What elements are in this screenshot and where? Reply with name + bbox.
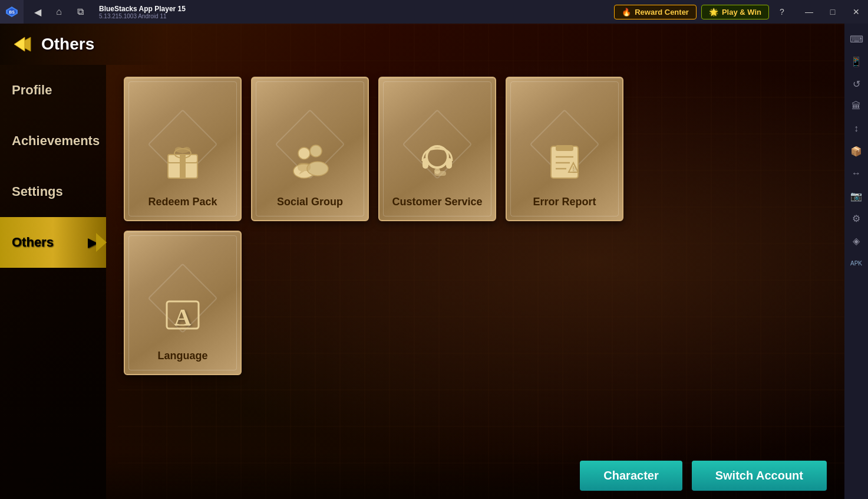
titlebar: BS ◀ ⌂ ⧉ BlueStacks App Player 15 5.13.2… xyxy=(0,0,868,24)
refresh-icon[interactable]: ↺ xyxy=(846,73,867,94)
phone-icon[interactable]: 📱 xyxy=(846,51,867,72)
back-arrow-button[interactable] xyxy=(12,32,35,56)
package-icon[interactable]: 📦 xyxy=(846,140,867,162)
redeem-pack-label: Redeem Pack xyxy=(148,196,217,208)
help-button[interactable]: ? xyxy=(774,4,790,20)
reward-icon: 🔥 xyxy=(622,8,631,17)
svg-rect-21 xyxy=(556,145,573,151)
svg-text:A: A xyxy=(174,304,192,330)
playin-label: Play & Win xyxy=(722,8,761,17)
horizontal-resize-icon[interactable]: ↔ xyxy=(846,163,867,184)
sidebar-label-settings: Settings xyxy=(12,184,63,199)
app-title: BlueStacks App Player 15 xyxy=(99,5,602,13)
back-button[interactable]: ◀ xyxy=(28,2,47,21)
svg-point-10 xyxy=(310,145,322,157)
playin-icon: 🌟 xyxy=(709,8,718,17)
reward-label: Reward Center xyxy=(635,8,689,17)
svg-rect-13 xyxy=(298,163,311,171)
settings-icon[interactable]: ⚙ xyxy=(846,208,867,229)
customer-service-card[interactable]: Customer Service xyxy=(378,77,496,221)
page-title: Others xyxy=(41,35,94,54)
app-logo: BS xyxy=(0,0,24,24)
sidebar-label-profile: Profile xyxy=(12,83,52,97)
sidebar-item-profile[interactable]: Profile xyxy=(0,65,106,116)
minimize-button[interactable]: — xyxy=(797,0,821,24)
svg-rect-19 xyxy=(434,171,446,176)
keyboard-icon[interactable]: ⌨ xyxy=(846,28,867,50)
customer-service-icon xyxy=(417,140,458,190)
app-subtitle: 5.13.215.1003 Android 11 xyxy=(99,13,602,19)
switch-account-button[interactable]: Switch Account xyxy=(692,461,827,491)
error-report-card[interactable]: ! Error Report xyxy=(506,77,623,221)
language-icon: A xyxy=(162,294,203,344)
sidebar-label-achievements: Achievements xyxy=(12,133,100,148)
error-report-label: Error Report xyxy=(533,196,596,208)
maximize-button[interactable]: □ xyxy=(821,0,844,24)
camera-icon[interactable]: 📷 xyxy=(846,185,867,206)
character-button[interactable]: Character xyxy=(580,461,682,491)
cards-row-2: A Language xyxy=(124,231,827,375)
window-controls: — □ ✕ xyxy=(797,0,868,24)
sidebar-item-settings[interactable]: Settings xyxy=(0,166,106,217)
customer-service-label: Customer Service xyxy=(392,196,482,208)
svg-point-9 xyxy=(298,147,310,159)
language-label: Language xyxy=(157,350,207,362)
bottom-bar: Character Switch Account xyxy=(106,452,844,499)
svg-text:BS: BS xyxy=(9,10,15,14)
page-header: Others xyxy=(0,24,165,65)
tabs-button[interactable]: ⧉ xyxy=(71,2,90,21)
redeem-pack-icon xyxy=(162,140,203,190)
sidebar-item-achievements[interactable]: Achievements xyxy=(0,116,106,166)
diamond-icon[interactable]: ◈ xyxy=(846,230,867,251)
sidebar-label-others: Others xyxy=(12,235,54,250)
svg-text:!: ! xyxy=(572,166,574,172)
home-button[interactable]: ⌂ xyxy=(49,2,68,21)
error-report-icon: ! xyxy=(544,140,585,190)
cards-row-1: Redeem Pack Social Group xyxy=(124,77,827,221)
titlebar-actions: 🔥 Reward Center 🌟 Play & Win ? xyxy=(607,4,797,20)
language-card[interactable]: A Language xyxy=(124,231,242,375)
resize-icon[interactable]: ↕ xyxy=(846,118,867,139)
left-sidebar: Profile Achievements Settings Others ▶ xyxy=(0,65,106,499)
social-group-label: Social Group xyxy=(277,196,343,208)
social-group-icon xyxy=(289,140,331,190)
titlebar-nav: ◀ ⌂ ⧉ xyxy=(24,2,94,21)
app-info: BlueStacks App Player 15 5.13.215.1003 A… xyxy=(94,5,607,19)
apk-icon[interactable]: APK xyxy=(846,252,867,274)
social-group-card[interactable]: Social Group xyxy=(251,77,369,221)
playin-button[interactable]: 🌟 Play & Win xyxy=(701,5,769,19)
right-sidebar: ⌨ 📱 ↺ 🏛 ↕ 📦 ↔ 📷 ⚙ ◈ APK xyxy=(844,24,868,499)
redeem-pack-card[interactable]: Redeem Pack xyxy=(124,77,242,221)
close-button[interactable]: ✕ xyxy=(844,0,868,24)
sidebar-item-others[interactable]: Others ▶ xyxy=(0,217,106,268)
svg-marker-4 xyxy=(14,37,25,51)
active-arrow-icon: ▶ xyxy=(88,235,97,250)
main-content: Redeem Pack Social Group xyxy=(106,65,844,499)
reward-center-button[interactable]: 🔥 Reward Center xyxy=(614,5,697,19)
building-icon[interactable]: 🏛 xyxy=(846,96,867,117)
